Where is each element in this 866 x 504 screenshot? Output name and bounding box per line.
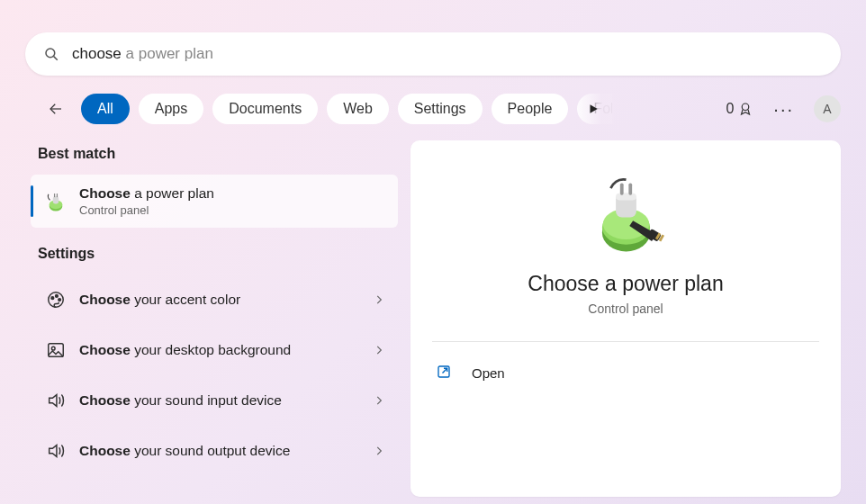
chevron-right-icon — [373, 344, 385, 356]
chevron-right-icon — [373, 445, 385, 457]
svg-point-13 — [59, 299, 61, 302]
best-match-header: Best match — [38, 146, 391, 162]
arrow-left-icon — [48, 101, 64, 117]
tab-web[interactable]: Web — [327, 94, 389, 124]
settings-result[interactable]: Choose your desktop background — [31, 325, 398, 375]
detail-pane: Choose a power plan Control panel Open — [410, 140, 841, 497]
svg-marker-3 — [591, 104, 598, 112]
best-match-result[interactable]: Choose a power plan Control panel — [31, 175, 398, 228]
medal-icon — [737, 101, 753, 117]
search-bar[interactable]: choose a power plan — [25, 32, 841, 76]
svg-rect-8 — [54, 194, 55, 197]
avatar[interactable]: A — [814, 95, 841, 122]
svg-point-0 — [46, 49, 55, 58]
detail-hero-icon — [583, 166, 669, 265]
detail-title: Choose a power plan — [528, 272, 723, 296]
rewards-count: 0 — [726, 101, 734, 117]
svg-rect-7 — [53, 196, 59, 203]
back-button[interactable] — [41, 94, 70, 123]
svg-rect-9 — [57, 194, 58, 197]
settings-results-list: Choose your accent colorChoose your desk… — [31, 274, 398, 476]
results-column: Best match Choose a power plan Control p… — [31, 140, 398, 497]
toolbar: AllAppsDocumentsWebSettingsPeopleFolders… — [41, 94, 841, 124]
tab-all[interactable]: All — [81, 94, 130, 124]
sound-icon — [43, 388, 68, 413]
detail-actions: Open — [432, 353, 819, 392]
more-button[interactable]: ··· — [770, 99, 798, 120]
settings-result[interactable]: Choose your sound output device — [31, 426, 398, 476]
tab-documents[interactable]: Documents — [212, 94, 318, 124]
sound-icon — [43, 438, 68, 464]
tab-people[interactable]: People — [492, 94, 569, 124]
tab-settings[interactable]: Settings — [398, 94, 483, 124]
image-icon — [43, 338, 68, 363]
play-icon — [587, 103, 600, 115]
chevron-right-icon — [373, 394, 385, 407]
svg-point-12 — [56, 295, 59, 298]
search-icon — [43, 46, 59, 62]
content-area: Best match Choose a power plan Control p… — [31, 140, 841, 497]
search-input-text: choose a power plan — [72, 45, 213, 63]
detail-action-open[interactable]: Open — [432, 353, 819, 392]
settings-result[interactable]: Choose your sound input device — [31, 375, 398, 426]
settings-header: Settings — [38, 246, 391, 262]
open-icon — [436, 364, 454, 382]
power-icon — [43, 189, 68, 214]
rewards-badge[interactable]: 0 — [726, 101, 753, 117]
svg-line-1 — [54, 57, 58, 60]
svg-point-11 — [51, 297, 54, 300]
avatar-initial: A — [823, 102, 831, 116]
tabs-scroll-right-button[interactable] — [581, 96, 606, 122]
svg-point-15 — [51, 346, 55, 350]
svg-rect-22 — [628, 183, 632, 194]
chevron-right-icon — [373, 293, 385, 306]
svg-point-4 — [743, 104, 750, 111]
svg-rect-21 — [619, 183, 623, 194]
svg-rect-20 — [616, 193, 636, 200]
toolbar-right: 0 ··· A — [726, 95, 841, 122]
result-text: Choose a power plan Control panel — [79, 185, 385, 217]
palette-icon — [43, 287, 68, 312]
detail-subtitle: Control panel — [588, 302, 663, 316]
settings-result[interactable]: Choose your accent color — [31, 274, 398, 325]
filter-tabs: AllAppsDocumentsWebSettingsPeopleFolders — [81, 94, 612, 124]
divider — [432, 341, 819, 342]
tab-apps[interactable]: Apps — [139, 94, 203, 124]
